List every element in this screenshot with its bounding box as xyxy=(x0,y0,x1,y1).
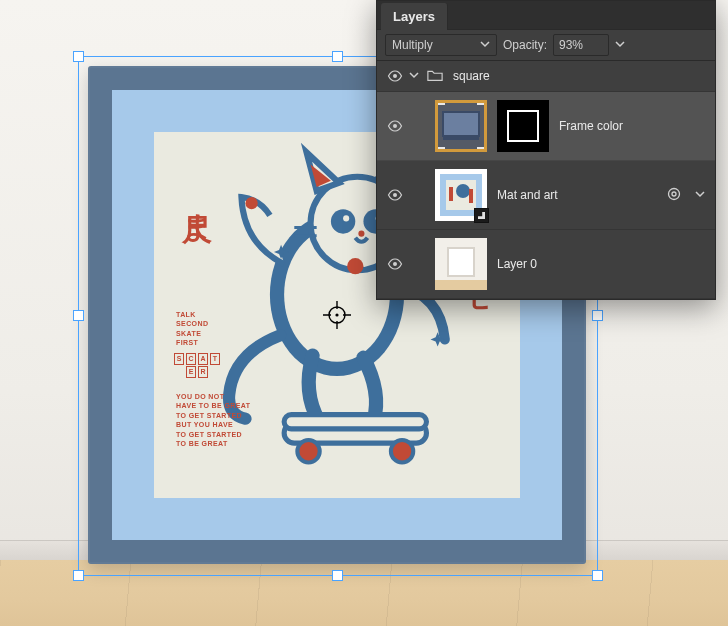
svg-point-30 xyxy=(393,262,397,266)
resize-handle-top[interactable] xyxy=(332,51,343,62)
svg-rect-19 xyxy=(443,112,479,136)
opacity-chevron-icon[interactable] xyxy=(615,38,625,52)
resize-handle-bottom[interactable] xyxy=(332,570,343,581)
visibility-toggle[interactable] xyxy=(387,118,403,134)
svg-rect-27 xyxy=(469,189,473,203)
opacity-label: Opacity: xyxy=(503,38,547,52)
folder-icon xyxy=(427,68,443,85)
layer-name[interactable]: Layer 0 xyxy=(497,257,715,271)
resize-handle-right[interactable] xyxy=(592,310,603,321)
tab-layers[interactable]: Layers xyxy=(381,3,448,30)
svg-point-21 xyxy=(393,193,397,197)
layer-row-frame-color[interactable]: Frame color xyxy=(377,92,715,161)
visibility-toggle[interactable] xyxy=(387,68,403,84)
group-expand-icon[interactable] xyxy=(409,69,421,83)
layer-thumbnail[interactable] xyxy=(435,100,487,152)
svg-point-25 xyxy=(456,184,470,198)
layer-thumbnail[interactable] xyxy=(435,169,487,221)
opacity-input[interactable]: 93% xyxy=(553,34,609,56)
visibility-toggle[interactable] xyxy=(387,256,403,272)
layer-row-layer-0[interactable]: Layer 0 xyxy=(377,230,715,299)
svg-point-17 xyxy=(393,124,397,128)
svg-rect-32 xyxy=(448,248,474,276)
chevron-down-icon xyxy=(480,38,490,52)
svg-point-16 xyxy=(393,74,397,78)
layer-name[interactable]: Mat and art xyxy=(497,188,715,202)
blend-mode-dropdown[interactable]: Multiply xyxy=(385,34,497,56)
panel-options-row: Multiply Opacity: 93% xyxy=(377,30,715,61)
svg-rect-26 xyxy=(449,187,453,201)
svg-rect-33 xyxy=(435,280,487,290)
layer-list: square Frame color xyxy=(377,61,715,299)
blend-mode-value: Multiply xyxy=(392,38,433,52)
resize-handle-top-left[interactable] xyxy=(73,51,84,62)
group-name[interactable]: square xyxy=(453,69,490,83)
resize-handle-bottom-right[interactable] xyxy=(592,570,603,581)
svg-point-29 xyxy=(672,192,676,196)
layer-row-mat-and-art[interactable]: Mat and art xyxy=(377,161,715,230)
layer-thumbnail[interactable] xyxy=(435,238,487,290)
layer-name[interactable]: Frame color xyxy=(559,119,715,133)
layers-panel[interactable]: Layers Multiply Opacity: 93% xyxy=(376,0,716,300)
resize-handle-bottom-left[interactable] xyxy=(73,570,84,581)
chevron-down-icon[interactable] xyxy=(695,188,705,202)
smart-filters-icon[interactable] xyxy=(667,187,681,204)
layer-mask-thumbnail[interactable] xyxy=(497,100,549,152)
visibility-toggle[interactable] xyxy=(387,187,403,203)
panel-tabbar: Layers xyxy=(377,1,715,30)
svg-point-28 xyxy=(669,188,680,199)
opacity-value: 93% xyxy=(559,38,583,52)
layer-group-row[interactable]: square xyxy=(377,61,715,92)
svg-rect-20 xyxy=(443,136,479,140)
resize-handle-left[interactable] xyxy=(73,310,84,321)
smart-object-badge-icon xyxy=(474,208,489,223)
